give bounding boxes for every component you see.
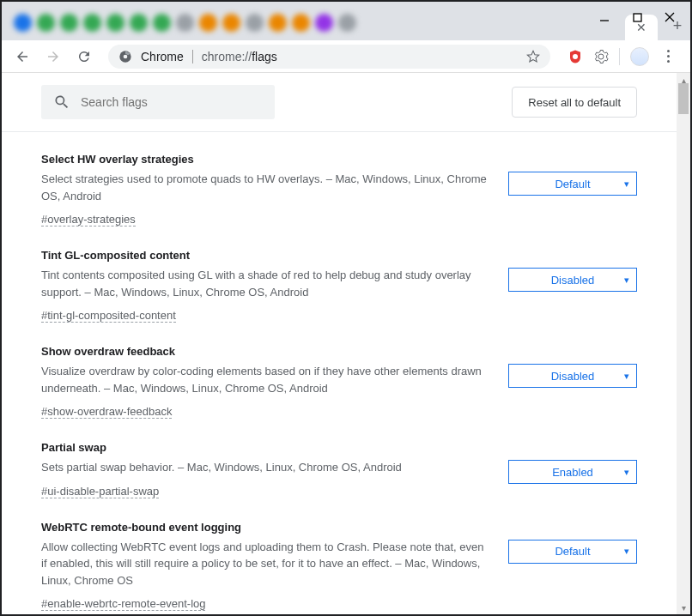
close-window-button[interactable] [661,9,678,26]
scroll-down-icon[interactable]: ▾ [677,601,690,614]
flag-title: WebRTC remote-bound event logging [41,521,488,534]
svg-point-6 [573,54,578,59]
url-text: chrome://flags [202,50,277,63]
flag-description: Allow collecting WebRTC event logs and u… [41,539,488,589]
flags-list: Select HW overlay strategies Select stra… [2,132,677,614]
flag-select[interactable]: Default [508,172,637,196]
svg-rect-1 [634,14,641,21]
flag-select[interactable]: Disabled [508,364,637,388]
search-input[interactable] [81,95,263,109]
flag-title: Select HW overlay strategies [41,153,488,166]
flag-description: Select strategies used to promote quads … [41,171,488,204]
titlebar: ✕ + [2,2,690,40]
extension-icon-ublock[interactable] [568,49,583,64]
omnibox-divider [192,50,193,63]
toolbar: Chrome chrome://flags [2,40,690,73]
profile-avatar[interactable] [630,47,649,66]
flag-item: Show overdraw feedback Visualize overdra… [41,329,637,426]
flag-hash-link[interactable]: #overlay-strategies [41,213,136,226]
flag-item: WebRTC remote-bound event logging Allow … [41,505,637,615]
flag-item: Tint GL-composited content Tint contents… [41,233,637,329]
browser-window: ✕ + Chrome [2,2,690,614]
scrollbar[interactable]: ▴ ▾ [677,73,690,614]
extension-icons [562,47,682,66]
reset-all-button[interactable]: Reset all to default [512,87,637,118]
flag-title: Show overdraw feedback [41,345,488,358]
toolbar-divider [619,48,620,65]
site-label: Chrome [141,50,184,63]
back-button[interactable] [10,45,34,69]
scroll-thumb[interactable] [678,83,689,114]
omnibox[interactable]: Chrome chrome://flags [108,45,550,69]
forward-button[interactable] [41,45,65,69]
flag-select[interactable]: Disabled [508,268,637,292]
flag-select[interactable]: Enabled [508,460,637,484]
site-info-icon[interactable] [118,50,132,63]
window-controls [584,2,690,33]
maximize-button[interactable] [628,9,646,26]
page-content: Reset all to default Select HW overlay s… [2,73,677,614]
flag-title: Tint GL-composited content [41,249,488,262]
flag-description: Sets partial swap behavior. – Mac, Windo… [41,459,488,476]
flag-item: Select HW overlay strategies Select stra… [41,137,637,233]
flag-title: Partial swap [41,441,488,454]
flag-select[interactable]: Default [508,540,637,564]
flag-description: Visualize overdraw by color-coding eleme… [41,363,488,396]
search-icon [53,94,70,111]
flag-hash-link[interactable]: #enable-webrtc-remote-event-log [41,597,205,611]
minimize-button[interactable] [596,9,613,26]
extension-icon-gear[interactable] [593,49,609,64]
search-box[interactable] [41,85,275,119]
reload-button[interactable] [72,45,96,69]
flag-item: Partial swap Sets partial swap behavior.… [41,426,637,505]
flag-hash-link[interactable]: #tint-gl-composited-content [41,309,176,323]
flag-hash-link[interactable]: #ui-disable-partial-swap [41,485,159,498]
background-tabs [9,14,625,40]
menu-button[interactable] [659,50,677,63]
star-icon[interactable] [526,50,540,63]
svg-point-5 [124,54,128,58]
flag-description: Tint contents composited using GL with a… [41,267,488,300]
flag-hash-link[interactable]: #show-overdraw-feedback [41,405,172,419]
flags-header: Reset all to default [2,73,677,132]
